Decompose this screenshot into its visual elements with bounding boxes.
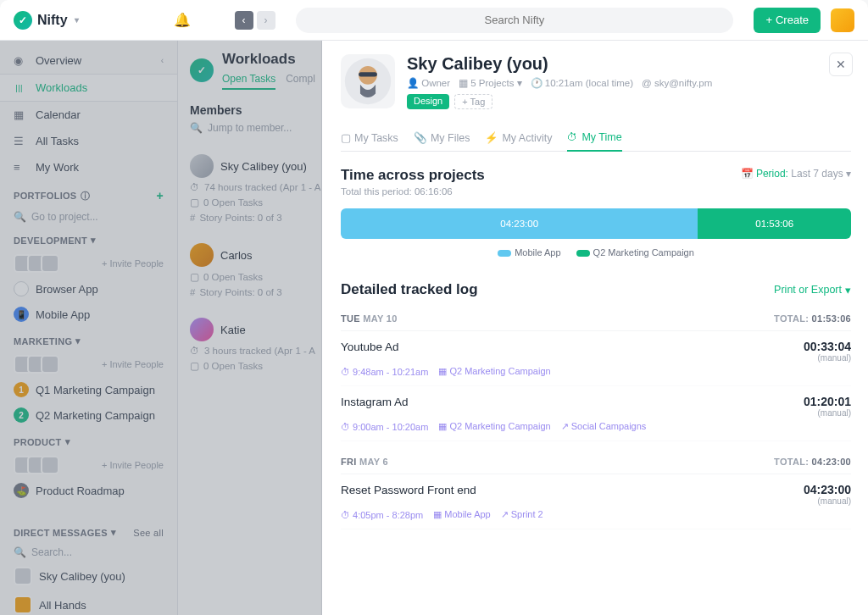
add-tag-button[interactable]: + Tag [454, 94, 492, 109]
close-button[interactable]: ✕ [829, 53, 853, 76]
print-export-button[interactable]: Print or Export ▾ [774, 284, 851, 296]
project-label: Q2 Marketing Campaign [36, 409, 155, 422]
avatar[interactable] [41, 456, 59, 474]
product-header[interactable]: PRODUCT▾ [0, 428, 177, 452]
search-placeholder: Go to project... [31, 211, 98, 223]
member-katie[interactable]: Katie ⏱3 hours tracked (Apr 1 - A ▢0 Ope… [190, 318, 321, 372]
user-avatar[interactable] [831, 8, 854, 32]
nav-forward-button[interactable]: › [257, 11, 275, 30]
help-icon[interactable]: ⓘ [81, 190, 90, 202]
detail-header: Detailed tracked log Print or Export ▾ [341, 281, 851, 298]
tab-my-tasks[interactable]: ▢My Tasks [341, 131, 398, 151]
period-selector[interactable]: 📅 Period: Last 7 days ▾ [741, 168, 851, 180]
avatar [14, 596, 32, 614]
activity-icon: ⚡ [485, 131, 498, 144]
dm-all-hands[interactable]: All Hands [0, 590, 177, 615]
jump-to-member[interactable]: 🔍Jump to member... [190, 122, 321, 134]
attachment-icon: 📎 [414, 131, 427, 144]
member-carlos[interactable]: Carlos ▢0 Open Tasks #Story Points: 0 of… [190, 243, 321, 297]
workloads-title: Workloads [222, 51, 315, 68]
see-all-link[interactable]: See all [133, 528, 164, 538]
profile-avatar[interactable] [341, 54, 395, 108]
avatar-illustration-icon [343, 57, 392, 106]
invite-people-link[interactable]: + Invite People [102, 460, 164, 470]
tab-open-tasks[interactable]: Open Tasks [222, 73, 275, 90]
section-label: PORTFOLIOS [14, 191, 77, 201]
nav-all-tasks[interactable]: ☰All Tasks [0, 128, 177, 154]
calendar-icon: 📅 [741, 168, 754, 180]
log-item[interactable]: Reset Password Front end04:23:00(manual)… [341, 474, 851, 529]
projects-count[interactable]: ▦ 5 Projects ▾ [459, 77, 522, 89]
tab-completed[interactable]: Compl [286, 73, 315, 90]
compass-icon: ◉ [14, 54, 27, 67]
email-link[interactable]: @ sky@nifty.pm [642, 78, 712, 88]
dm-search[interactable]: 🔍Search... [0, 543, 177, 562]
nav-back-button[interactable]: ‹ [235, 11, 253, 30]
avatar [14, 567, 32, 585]
chevron-down-icon: ▾ [75, 15, 79, 25]
create-button[interactable]: + Create [754, 8, 821, 33]
project-q2-marketing[interactable]: 2Q2 Marketing Campaign [0, 402, 177, 428]
invite-people-link[interactable]: + Invite People [102, 359, 164, 369]
jump-label: Jump to member... [208, 122, 292, 134]
dm-header[interactable]: DIRECT MESSAGES▾See all [0, 518, 177, 543]
brand-logo[interactable]: ✓ Nifty ▾ [14, 11, 79, 30]
topbar: ✓ Nifty ▾ 🔔 ‹ › + Create [0, 0, 868, 41]
nav-workloads[interactable]: ⫼Workloads [0, 74, 177, 102]
avatar[interactable] [41, 254, 59, 273]
chevron-down-icon: ▾ [846, 168, 851, 180]
invite-people-link[interactable]: + Invite People [102, 258, 164, 269]
task-icon: ▢ [190, 360, 199, 372]
project-search[interactable]: 🔍Go to project... [0, 208, 177, 226]
add-portfolio-button[interactable]: + [157, 189, 164, 202]
nav-calendar[interactable]: ▦Calendar [0, 102, 177, 128]
task-icon: ▢ [190, 271, 199, 283]
member-sky[interactable]: Sky Calibey (you) ⏱74 hours tracked (Apr… [190, 154, 321, 223]
search-icon: 🔍 [190, 122, 203, 134]
section-label: MARKETING [14, 336, 72, 346]
profile-name: Sky Calibey (you) [407, 54, 712, 74]
stat: 74 hours tracked (Apr 1 - A [204, 182, 320, 192]
search-input[interactable] [296, 8, 734, 33]
project-icon: 📱 [14, 307, 29, 322]
avatar [190, 318, 214, 341]
stat: 0 Open Tasks [203, 361, 263, 371]
bar-segment-mobile[interactable]: 04:23:00 [341, 208, 698, 239]
dm-sky[interactable]: Sky Calibey (you) [0, 562, 177, 590]
create-label: Create [776, 14, 809, 26]
clock-icon: ⏱ [190, 346, 200, 356]
chevron-left-icon[interactable]: ‹ [161, 56, 164, 65]
nav-my-work[interactable]: ≡My Work [0, 154, 177, 180]
avatar[interactable] [41, 355, 59, 374]
marketing-header[interactable]: MARKETING▾ [0, 327, 177, 352]
project-label: Product Roadmap [36, 485, 125, 497]
project-mobile-app[interactable]: 📱Mobile App [0, 302, 177, 327]
project-icon: 🖥 [14, 281, 29, 296]
project-label: Mobile App [36, 308, 90, 321]
log-item[interactable]: Instagram Ad01:20:01(manual)⏱ 9:00am - 1… [341, 386, 851, 441]
development-header[interactable]: DEVELOPMENT▾ [0, 226, 177, 251]
day-header: TUE MAY 10TOTAL: 01:53:06 [341, 307, 851, 331]
nav-label: Calendar [36, 108, 81, 121]
project-label: Browser App [36, 283, 98, 296]
portfolios-header: PORTFOLIOS ⓘ+ [0, 180, 177, 208]
project-browser-app[interactable]: 🖥Browser App [0, 276, 177, 302]
detail-title: Detailed tracked log [341, 281, 478, 298]
tab-my-time[interactable]: ⏱My Time [567, 131, 621, 152]
log-item[interactable]: Youtube Ad00:33:04(manual)⏱ 9:48am - 10:… [341, 331, 851, 386]
legend-mobile: Mobile App [498, 247, 560, 258]
stat: Story Points: 0 of 3 [199, 287, 281, 297]
search-placeholder: Search... [31, 546, 72, 558]
tab-my-activity[interactable]: ⚡My Activity [485, 131, 552, 151]
bar-segment-q2[interactable]: 01:53:06 [698, 208, 851, 239]
project-q1-marketing[interactable]: 1Q1 Marketing Campaign [0, 377, 177, 402]
stat: Story Points: 0 of 3 [199, 213, 281, 223]
project-icon: 2 [14, 407, 29, 423]
chart-icon: ⫼ [14, 81, 27, 94]
tag-design[interactable]: Design [407, 94, 449, 109]
project-product-roadmap[interactable]: ⛳Product Roadmap [0, 478, 177, 503]
nav-overview[interactable]: ◉Overview‹ [0, 47, 177, 74]
marketing-avatars: + Invite People [0, 352, 177, 377]
bell-icon[interactable]: 🔔 [174, 12, 191, 28]
tab-my-files[interactable]: 📎My Files [414, 131, 470, 151]
